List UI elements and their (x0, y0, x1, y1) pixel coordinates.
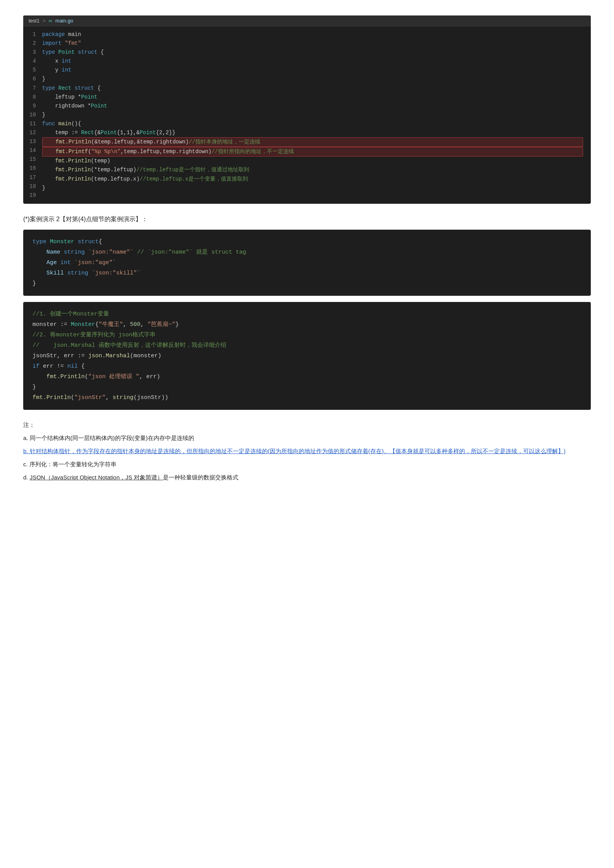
page-container: test1 > ∞ main.go 1234567891011121314151… (23, 15, 591, 483)
note-intro: 注； (23, 419, 591, 431)
code-body: 12345678910111213141516171819 package ma… (23, 26, 591, 204)
breadcrumb-root: test1 (29, 18, 39, 24)
note-intro-text: 注； (23, 421, 35, 428)
editor-header: test1 > ∞ main.go (23, 15, 591, 26)
code-block-monster-struct: type Monster struct{ Name string `json:"… (23, 230, 591, 296)
section2-label: (*)案例演示 2【对第(4)点细节的案例演示】： (23, 215, 591, 223)
breadcrumb-file: main.go (55, 18, 73, 24)
breadcrumb-icon: ∞ (49, 18, 52, 24)
code-lines: package mainimport "fmt"type Point struc… (42, 30, 591, 200)
note-d: d. JSON（JavaScript Object Notation，JS 对象… (23, 472, 591, 483)
code-block-monster-usage: //1. 创建一个Monster变量monster := Monster{"牛魔… (23, 302, 591, 410)
breadcrumb-separator: > (43, 18, 46, 24)
note-c: c. 序列化：将一个变量转化为字符串 (23, 459, 591, 470)
note-b: b. 针对结构体指针，作为字段存在的指针本身的地址是连续的，但所指向的地址不一定… (23, 445, 591, 457)
note-a: a. 同一个结构体内(同一层结构体内)的字段(变量)在内存中是连续的 (23, 432, 591, 444)
line-numbers: 12345678910111213141516171819 (23, 30, 42, 200)
code-editor: test1 > ∞ main.go 1234567891011121314151… (23, 15, 591, 204)
notes-section: 注； a. 同一个结构体内(同一层结构体内)的字段(变量)在内存中是连续的 b.… (23, 419, 591, 483)
